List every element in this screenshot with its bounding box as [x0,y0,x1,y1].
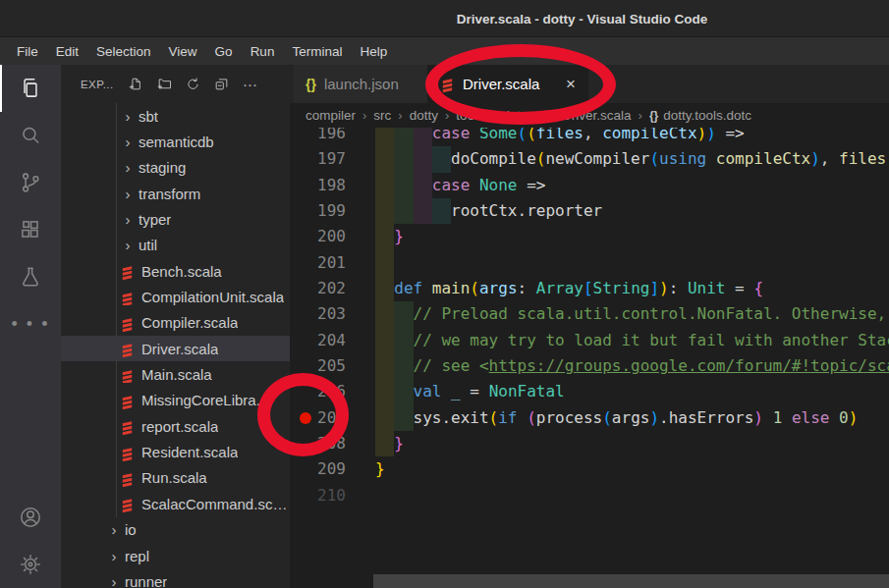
tree-item-label: Resident.scala [141,444,238,460]
tree-folder-typer[interactable]: ›typer [61,206,290,232]
tree-folder-io[interactable]: ›io [61,517,290,543]
tree-folder-semanticdb[interactable]: ›semanticdb [61,129,290,154]
close-icon[interactable]: × [566,75,576,94]
tree-file-bench-scala[interactable]: Bench.scala [61,258,290,284]
indent-guide [394,379,413,404]
activity-account[interactable] [0,494,61,541]
breadcrumb-item-tools[interactable]: tools [456,108,484,123]
breadcrumb-item-src[interactable]: src [373,108,391,123]
code-line-208[interactable]: 208} [290,431,889,456]
tree-file-compiler-scala[interactable]: Compiler.scala [61,310,290,336]
new-file-icon[interactable] [126,74,147,95]
menu-selection[interactable]: Selection [87,37,160,65]
new-folder-icon[interactable] [154,74,176,95]
code-line-202[interactable]: 202def main(args: Array[String]): Unit =… [290,276,889,301]
line-number[interactable]: 204 [290,328,346,353]
tree-folder-repl[interactable]: ›repl [61,543,290,568]
tree-folder-util[interactable]: ›util [61,233,290,258]
line-number[interactable]: 198 [290,173,346,198]
tree-file-compilationunit-scala[interactable]: CompilationUnit.scala [61,284,290,309]
menu-bar: FileEditSelectionViewGoRunTerminalHelp [0,37,889,65]
code-line-199[interactable]: 199rootCtx.reporter [290,198,889,224]
more-actions-icon[interactable]: ··· [240,74,261,95]
horizontal-scrollbar[interactable] [373,574,889,588]
menu-go[interactable]: Go [206,37,242,65]
code-line-197[interactable]: 197doCompile(newCompiler(using compileCt… [290,146,889,172]
code-token: ) [649,408,659,427]
indent-guide [375,198,394,224]
tree-file-driver-scala[interactable]: Driver.scala [61,336,290,361]
breadcrumb-item-dotty[interactable]: dotty [410,108,438,123]
code-token: ) [810,149,820,168]
tab-label: Driver.scala [463,76,539,92]
tree-file-scalaccommand-scala[interactable]: ScalacCommand.scala [61,491,290,516]
source-control-icon [18,170,43,195]
scala-file-icon [120,445,135,460]
code-line-198[interactable]: 198case None => [290,173,889,198]
line-number[interactable]: 197 [290,146,346,172]
breadcrumb-separator: › [534,108,538,123]
code-line-203[interactable]: 203// Preload scala.util.control.NonFata… [290,301,889,327]
breadcrumb-label: dotty [410,108,438,123]
line-number[interactable]: 201 [290,250,346,276]
tree-folder-runner[interactable]: ›runner [61,568,290,588]
indent-guide [375,173,394,198]
code-line-206[interactable]: 206val _ = NonFatal [290,379,889,404]
tree-folder-sbt[interactable]: ›sbt [61,103,290,129]
activity-explorer[interactable] [0,65,61,112]
tree-file-main-scala[interactable]: Main.scala [61,361,290,387]
menu-terminal[interactable]: Terminal [283,37,351,65]
tree-folder-transform[interactable]: ›transform [61,181,290,206]
activity-source-control[interactable] [0,159,61,206]
breakpoint-icon[interactable] [300,412,311,424]
line-number[interactable]: 205 [290,353,346,379]
line-number[interactable]: 208 [290,431,346,456]
code-line-207[interactable]: 207sys.exit(if (process(args).hasErrors)… [290,405,889,431]
line-number[interactable]: 203 [290,301,346,327]
tree-file-missingcorelibra-[interactable]: MissingCoreLibra... [61,388,290,413]
code-line-204[interactable]: 204// we may try to load it but fail wit… [290,328,889,353]
code-token [763,408,773,427]
tree-file-resident-scala[interactable]: Resident.scala [61,439,290,464]
code-line-209[interactable]: 209} [290,456,889,482]
code-editor[interactable]: 196case Some((files, compileCtx)) =>197d… [290,121,889,508]
breadcrumb-item-dotty-tools-dotc[interactable]: {}dotty.tools.dotc [649,108,751,123]
tab-driver-scala[interactable]: Driver.scala× [428,65,588,103]
code-line-200[interactable]: 200} [290,224,889,249]
menu-help[interactable]: Help [351,37,396,65]
menu-run[interactable]: Run [242,37,284,65]
tree-item-label: ScalacCommand.scala [141,496,290,512]
code-line-201[interactable]: 201 [290,250,889,276]
tree-file-report-scala[interactable]: report.scala [61,413,290,439]
tree-folder-staging[interactable]: ›staging [61,155,290,181]
menu-edit[interactable]: Edit [47,37,87,65]
menu-file[interactable]: File [8,37,47,65]
collapse-folders-icon[interactable] [211,74,233,95]
tab-launch-json[interactable]: {}launch.json [294,65,428,103]
activity-settings[interactable] [0,541,61,588]
breadcrumb-item-dotc[interactable]: dotc [502,108,528,123]
line-number[interactable]: 202 [290,276,346,301]
breadcrumb-item-compiler[interactable]: compiler [306,108,356,123]
gear-icon [18,552,43,577]
line-number[interactable]: 207 [290,405,346,431]
activity-testing[interactable] [0,253,61,300]
menu-view[interactable]: View [160,37,206,65]
code-line-205[interactable]: 205// see <https://groups.google.com/for… [290,353,889,379]
line-number[interactable]: 200 [290,224,346,249]
activity-search[interactable] [0,112,61,159]
indent-guide [394,353,413,379]
line-number[interactable]: 209 [290,456,346,482]
activity-more[interactable]: • • • [0,300,61,347]
activity-extensions[interactable] [0,206,61,253]
tree-file-run-scala[interactable]: Run.scala [61,465,290,491]
code-token: else [792,408,830,427]
breadcrumb-item-driver-scala[interactable]: Driver.scala [545,108,632,123]
line-number[interactable]: 206 [290,379,346,404]
tree-item-label: semanticdb [139,134,214,150]
line-number[interactable]: 199 [290,198,346,224]
code-token: files [839,149,886,168]
code-line-210[interactable]: 210 [290,483,889,508]
line-number[interactable]: 210 [290,483,346,508]
refresh-icon[interactable] [183,74,204,95]
